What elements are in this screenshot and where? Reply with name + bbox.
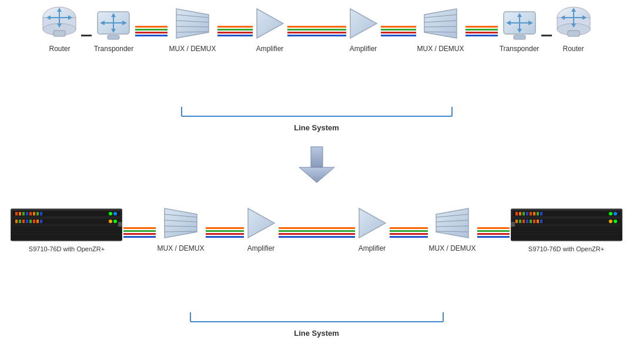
svg-rect-92	[513, 211, 621, 217]
amp2-icon	[347, 6, 380, 41]
mux1-label: MUX / DEMUX	[169, 45, 216, 53]
mux1-block: MUX / DEMUX	[169, 6, 216, 53]
bottom-line-system-label: Line System	[187, 329, 446, 338]
svg-rect-67	[19, 220, 21, 223]
transponder1-icon	[93, 6, 134, 41]
svg-rect-104	[515, 220, 518, 223]
svg-rect-47	[568, 31, 580, 36]
svg-point-113	[614, 212, 617, 215]
amp2-block: Amplifier	[347, 6, 380, 53]
svg-rect-72	[36, 220, 39, 223]
server2-icon	[511, 208, 622, 242]
svg-rect-105	[519, 220, 521, 223]
router2-block: Router	[553, 6, 594, 53]
svg-rect-95	[513, 234, 621, 240]
svg-rect-98	[523, 212, 525, 215]
cable-a3-a4	[279, 227, 355, 238]
amp1-block: Amplifier	[254, 6, 286, 53]
bottom-line-system: Line System	[187, 311, 446, 338]
svg-rect-69	[26, 220, 28, 223]
svg-marker-23	[257, 9, 283, 38]
svg-rect-63	[33, 212, 35, 215]
svg-rect-64	[36, 212, 39, 215]
svg-rect-59	[19, 212, 21, 215]
server1-label: S9710-76D with OpenZR+	[29, 245, 105, 252]
router2-label: Router	[563, 45, 584, 53]
svg-rect-109	[533, 220, 535, 223]
transponder1-label: Transponder	[94, 45, 134, 53]
svg-marker-86	[436, 208, 468, 238]
svg-marker-84	[248, 208, 274, 238]
svg-rect-116	[511, 222, 515, 227]
svg-point-76	[109, 220, 112, 223]
arrow-icon	[299, 146, 334, 184]
transponder2-label: Transponder	[500, 45, 540, 53]
server2-block: S9710-76D with OpenZR+	[511, 208, 622, 252]
router1-label: Router	[49, 45, 70, 53]
svg-rect-73	[40, 220, 42, 223]
amp1-label: Amplifier	[256, 45, 284, 53]
svg-marker-79	[165, 208, 197, 238]
svg-point-112	[609, 212, 612, 215]
amp4-label: Amplifier	[359, 244, 386, 252]
top-line-system-label: Line System	[179, 123, 455, 132]
svg-rect-54	[12, 211, 120, 217]
svg-rect-9	[53, 31, 65, 36]
server1-icon	[11, 208, 122, 242]
top-line-system: Line System	[179, 106, 455, 132]
svg-rect-71	[33, 220, 35, 223]
svg-point-115	[614, 220, 617, 223]
svg-rect-68	[22, 220, 25, 223]
amp4-block: Amplifier	[356, 205, 388, 252]
svg-rect-62	[29, 212, 32, 215]
svg-rect-58	[15, 212, 18, 215]
svg-point-77	[113, 220, 117, 223]
svg-marker-52	[299, 167, 334, 183]
svg-marker-18	[176, 9, 209, 38]
svg-point-75	[113, 212, 117, 215]
svg-rect-57	[12, 234, 120, 240]
svg-rect-55	[12, 218, 120, 224]
mux2-block: MUX / DEMUX	[417, 6, 464, 53]
mux1-icon	[173, 6, 212, 41]
svg-rect-70	[29, 220, 32, 223]
cable-m2-t2	[465, 26, 498, 36]
mux3-icon	[162, 205, 200, 241]
svg-rect-65	[40, 212, 42, 215]
mux3-block: MUX / DEMUX	[157, 205, 204, 252]
svg-rect-96	[515, 212, 518, 215]
svg-rect-107	[526, 220, 528, 223]
svg-rect-101	[533, 212, 535, 215]
svg-rect-110	[537, 220, 539, 223]
cable-m3-a3	[206, 227, 244, 238]
main-diagram: Router	[0, 0, 633, 364]
amp1-icon	[254, 6, 286, 41]
router1-block: Router	[39, 6, 80, 53]
wire-t2-r2	[541, 35, 552, 36]
svg-rect-103	[540, 212, 542, 215]
server1-block: S9710-76D with OpenZR+	[11, 208, 122, 252]
down-arrow	[299, 146, 334, 184]
svg-rect-99	[526, 212, 528, 215]
transponder2-icon	[499, 6, 540, 41]
top-bracket-svg	[179, 106, 455, 119]
svg-rect-100	[530, 212, 532, 215]
top-diagram: Router	[0, 6, 633, 135]
svg-rect-108	[530, 220, 532, 223]
mux4-block: MUX / DEMUX	[429, 205, 476, 252]
svg-rect-66	[15, 220, 18, 223]
mux3-label: MUX / DEMUX	[157, 244, 204, 252]
svg-point-74	[109, 212, 112, 215]
svg-rect-97	[519, 212, 521, 215]
bottom-diagram: S9710-76D with OpenZR+	[0, 205, 633, 341]
svg-rect-60	[22, 212, 25, 215]
cable-m4-s2	[477, 227, 510, 238]
svg-rect-37	[514, 35, 525, 39]
transponder2-block: Transponder	[499, 6, 540, 53]
cable-a4-m4	[390, 227, 428, 238]
svg-rect-111	[540, 220, 542, 223]
bottom-bracket-svg	[187, 311, 446, 324]
svg-marker-24	[350, 9, 377, 38]
transponder1-block: Transponder	[93, 6, 134, 53]
router1-icon	[39, 6, 80, 41]
